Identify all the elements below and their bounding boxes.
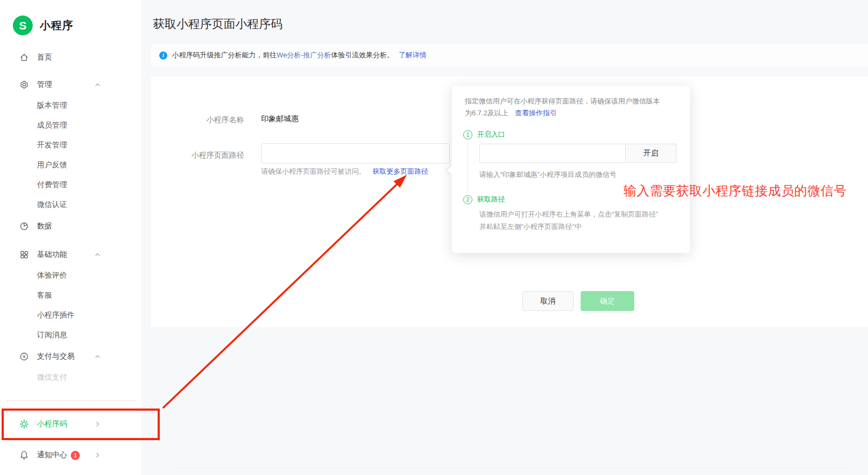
sidebar-item-customer-service[interactable]: 客服 — [0, 285, 141, 305]
sidebar-item-label: 订阅消息 — [37, 330, 67, 340]
wechat-id-input-row: 开启 — [479, 144, 677, 163]
sidebar-nav: 首页 管理 版本管理 成员管理 开发管理 用户反馈 付费管理 微信认证 — [0, 47, 141, 466]
sidebar-item-wechat-pay[interactable]: 微信支付 — [0, 367, 141, 387]
sidebar-item-label: 管理 — [37, 80, 52, 90]
sidebar-item-label: 通知中心 — [37, 450, 67, 460]
sidebar-item-miniprogram-code[interactable]: 小程序码 — [0, 409, 141, 439]
learn-more-link[interactable]: 了解详情 — [399, 50, 427, 60]
banner-text-after: 体验引流效果分析。 — [331, 50, 394, 60]
wechat-id-input[interactable] — [479, 144, 626, 163]
open-button[interactable]: 开启 — [625, 144, 677, 163]
pie-chart-icon — [19, 221, 29, 231]
sidebar-item-version-management[interactable]: 版本管理 — [0, 95, 141, 115]
footer-divider — [177, 467, 849, 468]
sidebar-item-basic-functions[interactable]: 基础功能 — [0, 244, 141, 265]
page-path-label: 小程序页面路径 — [182, 151, 244, 160]
banner-text-before: 小程序码升级推广分析能力，前往 — [172, 50, 277, 60]
miniprogram-name-value: 印象邮城惠 — [261, 114, 299, 124]
wechat-miniprogram-console: S 小程序 首页 管理 版本管理 成员管理 开发管理 — [0, 0, 868, 475]
sidebar-item-member-management[interactable]: 成员管理 — [0, 115, 141, 135]
sidebar-item-label: 支付与交易 — [37, 352, 75, 361]
sidebar-item-label: 付费管理 — [37, 180, 67, 190]
sidebar-item-label: 数据 — [37, 221, 52, 231]
sidebar-item-label: 成员管理 — [37, 121, 67, 130]
svg-text:¥: ¥ — [22, 354, 26, 359]
more-paths-link[interactable]: 获取更多页面路径 — [373, 167, 428, 175]
sidebar-item-label: 微信支付 — [37, 373, 67, 382]
sidebar-divider — [6, 400, 136, 401]
popover-intro-line2: 为6.7.2及以上 — [465, 109, 508, 117]
page-path-hint-row: 请确保小程序页面路径可被访问。 获取更多页面路径 — [261, 167, 428, 176]
sidebar-item-label: 版本管理 — [37, 101, 67, 110]
sidebar-item-label: 客服 — [37, 291, 52, 300]
operation-guide-link[interactable]: 查看操作指引 — [515, 109, 557, 117]
sidebar-item-notification-center[interactable]: 通知中心 1 — [0, 444, 141, 466]
sidebar-item-miniprogram-plugin[interactable]: 小程序插件 — [0, 305, 141, 325]
sidebar-item-experience-review[interactable]: 体验评价 — [0, 265, 141, 285]
step2-desc-line1: 该微信用户可打开小程序右上角菜单，点击“复制页面路径” — [479, 210, 658, 218]
grid-icon — [19, 250, 29, 259]
sidebar: S 小程序 首页 管理 版本管理 成员管理 开发管理 — [0, 0, 141, 475]
sidebar-item-subscribe-message[interactable]: 订阅消息 — [0, 325, 141, 345]
step-connector-line — [468, 142, 468, 193]
sidebar-item-data[interactable]: 数据 — [0, 216, 141, 237]
annotation-note: 输入需要获取小程序链接成员的微信号 — [624, 182, 847, 199]
sidebar-item-management[interactable]: 管理 — [0, 74, 141, 95]
popover-intro-line1: 指定微信用户可在小程序获得页面路径，请确保该用户微信版本 — [465, 97, 660, 105]
chevron-up-icon — [94, 81, 101, 88]
miniprogram-logo-icon: S — [13, 16, 33, 35]
popover-intro: 指定微信用户可在小程序获得页面路径，请确保该用户微信版本 为6.7.2及以上 查… — [465, 95, 679, 119]
info-banner: i 小程序码升级推广分析能力，前往We分析-推广分析体验引流效果分析。 了解详情 — [151, 44, 868, 66]
logo-glyph: S — [19, 19, 26, 32]
app-title: 小程序 — [40, 18, 73, 33]
bell-icon — [19, 450, 29, 460]
chevron-right-icon — [94, 452, 101, 458]
page-title: 获取小程序页面小程序码 — [153, 16, 283, 32]
info-icon: i — [159, 51, 167, 60]
sidebar-item-label: 小程序插件 — [37, 310, 75, 320]
sidebar-item-label: 小程序码 — [37, 419, 67, 429]
confirm-button[interactable]: 确定 — [581, 291, 634, 311]
chevron-right-icon — [94, 421, 101, 427]
sidebar-item-label: 微信认证 — [37, 200, 67, 210]
step1-title: 开启入口 — [477, 130, 505, 139]
sidebar-item-label: 体验评价 — [37, 271, 67, 280]
step2-number: 2 — [463, 195, 472, 204]
step2-description: 该微信用户可打开小程序右上角菜单，点击“复制页面路径” 并粘贴至左侧“小程序页面… — [479, 208, 658, 233]
page-path-hint: 请确保小程序页面路径可被访问。 — [261, 167, 366, 175]
get-path-popover: 指定微信用户可在小程序获得页面路径，请确保该用户微信版本 为6.7.2及以上 查… — [452, 86, 690, 253]
sidebar-item-user-feedback[interactable]: 用户反馈 — [0, 155, 141, 175]
sidebar-item-dev-management[interactable]: 开发管理 — [0, 135, 141, 155]
sidebar-item-label: 开发管理 — [37, 140, 67, 150]
wechat-id-hint: 请输入“印象邮城惠”小程序项目成员的微信号 — [479, 170, 617, 180]
notification-badge: 1 — [71, 451, 80, 460]
step2-title: 获取路径 — [477, 195, 505, 204]
page-path-input[interactable] — [261, 143, 450, 164]
home-icon — [19, 53, 29, 62]
chevron-up-icon — [94, 251, 101, 258]
sidebar-item-label: 用户反馈 — [37, 160, 67, 170]
miniprogram-code-icon — [19, 419, 29, 429]
step2-header: 2 获取路径 — [463, 195, 505, 204]
step1-number: 1 — [463, 130, 472, 139]
sidebar-item-label: 基础功能 — [37, 250, 67, 259]
chevron-up-icon — [94, 353, 101, 360]
we-analysis-link[interactable]: We分析-推广分析 — [277, 50, 331, 60]
sidebar-item-wechat-verification[interactable]: 微信认证 — [0, 195, 141, 214]
sidebar-item-label: 首页 — [37, 53, 52, 62]
gear-icon — [19, 80, 29, 90]
sidebar-item-payment-management[interactable]: 付费管理 — [0, 175, 141, 195]
sidebar-item-home[interactable]: 首页 — [0, 47, 141, 68]
cancel-button[interactable]: 取消 — [522, 291, 574, 311]
step1-header: 1 开启入口 — [463, 130, 505, 139]
yen-circle-icon: ¥ — [19, 352, 29, 361]
step2-desc-line2: 并粘贴至左侧“小程序页面路径”中 — [479, 222, 582, 231]
sidebar-item-payment-trade[interactable]: ¥ 支付与交易 — [0, 346, 141, 367]
miniprogram-name-label: 小程序名称 — [182, 115, 244, 125]
app-logo-row: S 小程序 — [0, 0, 141, 35]
